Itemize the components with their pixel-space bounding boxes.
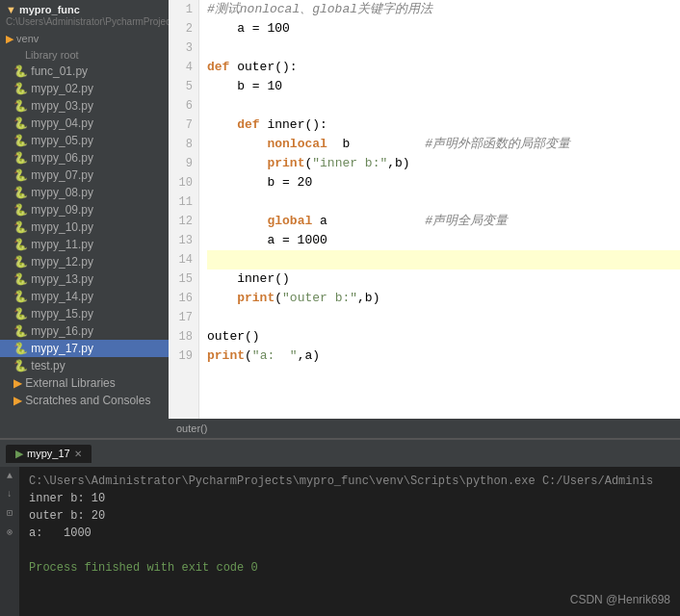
file-name: test.py xyxy=(31,359,65,372)
code-line: b = 20 xyxy=(207,173,680,192)
file-icon: 🐍 xyxy=(13,186,28,199)
sidebar-file-item[interactable]: 🐍 mypy_13.py xyxy=(0,270,169,288)
editor-content: 12345678910111213141516171819#测试nonlocal… xyxy=(169,0,680,419)
sidebar-file-item[interactable]: 🐍 mypy_02.py xyxy=(0,80,169,97)
code-line: global a #声明全局变量 xyxy=(207,212,680,231)
venv-folder[interactable]: ▶ venv xyxy=(0,31,169,47)
line-number: 9 xyxy=(169,154,198,173)
terminal-line xyxy=(29,542,670,559)
line-number: 16 xyxy=(169,289,198,308)
line-number: 15 xyxy=(169,270,198,289)
terminal-line: C:\Users\Administrator\PycharmProjects\m… xyxy=(29,473,670,490)
folder-icon2: ▶ xyxy=(13,376,22,390)
file-name: mypy_16.py xyxy=(31,324,93,338)
line-number: 5 xyxy=(169,77,198,96)
sidebar-file-item[interactable]: 🐍 mypy_08.py xyxy=(0,184,169,201)
sidebar-file-item[interactable]: 🐍 mypy_04.py xyxy=(0,115,169,132)
terminal-icon-small: ▶ xyxy=(15,448,23,460)
sidebar-file-item[interactable]: 🐍 mypy_14.py xyxy=(0,288,169,305)
file-icon: 🐍 xyxy=(13,238,28,251)
venv-label: venv xyxy=(16,33,39,44)
code-area[interactable]: #测试nonlocal、global关键字的用法 a = 100def oute… xyxy=(199,0,680,419)
file-icon: 🐍 xyxy=(13,82,28,95)
line-number: 8 xyxy=(169,135,198,154)
watermark: CSDN @Henrik698 xyxy=(570,593,670,606)
file-icon: 🐍 xyxy=(13,342,28,355)
line-number: 19 xyxy=(169,346,198,366)
terminal-icons-left: ▲↓⊡⊗ xyxy=(0,467,19,616)
sidebar-file-item[interactable]: 🐍 mypy_05.py xyxy=(0,132,169,149)
terminal-side-icon[interactable]: ▲ xyxy=(2,471,17,481)
project-icon: ▼ xyxy=(6,4,16,15)
line-number: 18 xyxy=(169,327,198,346)
project-path: C:\Users\Administrator\PycharmProject xyxy=(6,16,169,27)
line-number: 4 xyxy=(169,58,198,77)
file-name: mypy_14.py xyxy=(31,290,93,303)
line-number: 10 xyxy=(169,173,198,192)
file-icon: 🐍 xyxy=(13,64,28,78)
file-name: mypy_10.py xyxy=(31,220,93,234)
terminal-side-icon[interactable]: ⊡ xyxy=(2,507,17,519)
file-name: mypy_03.py xyxy=(31,99,93,113)
sidebar-file-item[interactable]: 🐍 mypy_09.py xyxy=(0,201,169,218)
sidebar-file-item[interactable]: 🐍 mypy_12.py xyxy=(0,253,169,270)
file-icon: 🐍 xyxy=(13,134,28,147)
code-line: print("a: ",a) xyxy=(207,346,680,366)
terminal-tab-active[interactable]: ▶mypy_17✕ xyxy=(6,445,92,463)
sidebar-file-item[interactable]: 🐍 mypy_07.py xyxy=(0,167,169,184)
editor-status: outer() xyxy=(169,419,680,438)
sidebar-file-item[interactable]: 🐍 mypy_17.py xyxy=(0,340,169,357)
terminal-line: inner b: 10 xyxy=(29,490,670,507)
code-line: print("outer b:",b) xyxy=(207,289,680,308)
file-name: mypy_04.py xyxy=(31,116,93,130)
line-number: 3 xyxy=(169,38,198,58)
sidebar-file-item[interactable]: 🐍 func_01.py xyxy=(0,63,169,80)
sidebar-file-item[interactable]: 🐍 mypy_15.py xyxy=(0,305,169,322)
file-name: mypy_15.py xyxy=(31,307,93,321)
sidebar-file-item[interactable]: 🐍 mypy_11.py xyxy=(0,236,169,253)
line-number: 17 xyxy=(169,308,198,327)
folder-icon3: ▶ xyxy=(13,394,22,407)
editor-area: 12345678910111213141516171819#测试nonlocal… xyxy=(169,0,680,438)
terminal-line: outer b: 20 xyxy=(29,507,670,525)
file-icon: 🐍 xyxy=(13,116,28,130)
file-icon: 🐍 xyxy=(13,203,28,217)
file-icon: 🐍 xyxy=(13,220,28,234)
external-libraries-item[interactable]: ▶ External Libraries xyxy=(0,374,169,392)
sidebar-file-item[interactable]: 🐍 mypy_16.py xyxy=(0,322,169,340)
line-number: 11 xyxy=(169,192,198,212)
project-header: ▼ mypro_func C:\Users\Administrator\Pych… xyxy=(0,0,169,31)
code-line xyxy=(207,38,680,58)
file-icon: 🐍 xyxy=(13,359,28,372)
terminal-tabs: ▶mypy_17✕ xyxy=(0,440,680,467)
code-line: inner() xyxy=(207,270,680,289)
code-line xyxy=(207,192,680,212)
scratches-item[interactable]: ▶ Scratches and Consoles xyxy=(0,392,169,409)
library-root-item: Library root xyxy=(0,47,169,63)
line-number: 12 xyxy=(169,212,198,231)
sidebar-file-item[interactable]: 🐍 mypy_03.py xyxy=(0,97,169,115)
code-line xyxy=(207,250,680,270)
terminal-side-icon[interactable]: ⊗ xyxy=(2,526,17,538)
code-line: #测试nonlocal、global关键字的用法 xyxy=(207,0,680,19)
line-number: 6 xyxy=(169,96,198,116)
scratches-label: Scratches and Consoles xyxy=(25,394,150,407)
file-name: mypy_05.py xyxy=(31,134,93,147)
sidebar-file-item[interactable]: 🐍 mypy_06.py xyxy=(0,149,169,167)
folder-icon: ▶ xyxy=(6,33,13,44)
code-line: def outer(): xyxy=(207,58,680,77)
close-icon[interactable]: ✕ xyxy=(74,449,82,459)
code-line: b = 10 xyxy=(207,77,680,96)
terminal-side-icon[interactable]: ↓ xyxy=(2,489,17,500)
status-text: outer() xyxy=(176,423,207,434)
file-name: mypy_08.py xyxy=(31,186,93,199)
tab-label: mypy_17 xyxy=(27,448,70,459)
code-line: a = 100 xyxy=(207,19,680,38)
file-icon: 🐍 xyxy=(13,324,28,338)
file-name: mypy_07.py xyxy=(31,168,93,182)
sidebar-file-item[interactable]: 🐍 mypy_10.py xyxy=(0,218,169,236)
file-name: func_01.py xyxy=(31,64,88,78)
line-number: 7 xyxy=(169,116,198,135)
file-name: mypy_06.py xyxy=(31,151,93,165)
sidebar-file-item[interactable]: 🐍 test.py xyxy=(0,357,169,374)
